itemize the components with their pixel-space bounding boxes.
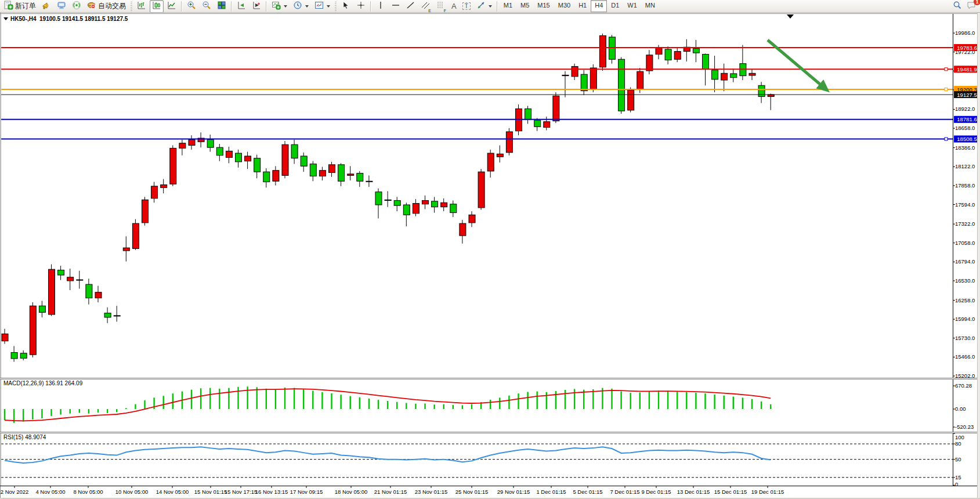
arrows-tool-button[interactable] <box>474 0 494 13</box>
time-tick: 8 Nov 05:00 <box>73 489 103 495</box>
channel-icon: E <box>421 1 431 12</box>
chart-window[interactable]: 19986.019722.019458.019194.018922.018658… <box>0 13 980 499</box>
toolbar-separator <box>370 1 371 12</box>
svg-text:670.28: 670.28 <box>955 382 972 389</box>
price-tick: 17858.0 <box>955 182 975 189</box>
text-tool-button[interactable]: A <box>449 0 459 13</box>
autotrade-label: 自动交易 <box>98 1 126 11</box>
zoom-out-button[interactable] <box>200 0 214 13</box>
line-chart-button[interactable] <box>165 0 179 13</box>
crosshair-button[interactable] <box>354 0 368 13</box>
autotrade-button[interactable]: 自动交易 <box>85 0 128 13</box>
tile-windows-button[interactable] <box>215 0 229 13</box>
candlestick-button[interactable] <box>150 0 164 13</box>
zoom-in-button[interactable] <box>185 0 198 13</box>
chevron-down-icon <box>284 5 287 8</box>
indicators-button[interactable] <box>269 0 290 13</box>
chat-button[interactable]: 1 <box>967 1 977 12</box>
chevron-down-icon <box>327 5 330 8</box>
tile-windows-icon <box>217 1 226 12</box>
svg-text:80: 80 <box>955 440 961 447</box>
signal-button[interactable] <box>70 0 84 13</box>
indicators-icon <box>272 1 281 12</box>
hline-button[interactable] <box>389 0 403 13</box>
time-tick: 14 Nov 05:00 <box>156 489 189 495</box>
price-tick: 18658.0 <box>955 125 975 131</box>
tab-timeframe-H1[interactable]: H1 <box>574 0 591 12</box>
toolbar-separator <box>231 1 232 12</box>
time-tick: 15 Nov 17:15 <box>225 489 258 495</box>
tab-timeframe-MN[interactable]: MN <box>641 0 659 12</box>
time-tick: 25 Nov 01:15 <box>455 489 489 495</box>
autotrade-icon <box>87 1 96 12</box>
vline-icon <box>376 1 385 12</box>
time-tick: 1 Dec 01:15 <box>536 489 566 495</box>
price-tick: 18386.0 <box>955 144 975 151</box>
window-edge-right <box>977 13 980 498</box>
time-tick: 9 Dec 01:15 <box>641 489 671 495</box>
chart-shift-button[interactable] <box>249 0 263 13</box>
chart-canvas[interactable]: 19986.019722.019458.019194.018922.018658… <box>0 13 980 499</box>
time-tick: 19 Dec 01:15 <box>751 489 784 495</box>
new-order-button[interactable]: 新订单 <box>2 0 38 13</box>
tab-timeframe-M30[interactable]: M30 <box>554 0 574 12</box>
svg-text:0: 0 <box>955 481 958 487</box>
candlestick-icon <box>152 1 161 12</box>
vline-button[interactable] <box>374 0 388 13</box>
zoom-in-icon <box>187 1 196 12</box>
symbol-title[interactable]: HK50-,H4 19100.5 19141.5 18911.5 19127.5 <box>3 16 128 22</box>
price-tick: 15466.0 <box>955 353 975 360</box>
svg-text:19127.5: 19127.5 <box>957 92 977 98</box>
tab-timeframe-M1[interactable]: M1 <box>500 0 516 12</box>
fibonacci-icon: F <box>436 1 446 12</box>
time-tick: 15 Nov 01:15 <box>194 489 227 495</box>
periods-button[interactable] <box>291 0 311 13</box>
bar-chart-button[interactable] <box>135 0 149 13</box>
chart-shift-icon <box>252 1 261 12</box>
svg-text:15: 15 <box>955 474 961 480</box>
trendline-button[interactable] <box>404 0 418 13</box>
search-icon[interactable] <box>953 1 962 12</box>
time-tick: 2 Nov 2022 <box>1 489 29 495</box>
auto-scroll-icon <box>237 1 246 12</box>
price-tick: 16794.0 <box>955 258 975 265</box>
toolbar-grip <box>335 2 337 11</box>
svg-text:-520.23: -520.23 <box>955 424 974 430</box>
svg-text:50: 50 <box>955 456 961 462</box>
channel-button[interactable]: E <box>419 0 433 13</box>
svg-text:100: 100 <box>955 434 964 440</box>
label-tool-button[interactable]: T <box>460 0 473 13</box>
fibonacci-button[interactable]: F <box>434 0 448 13</box>
cursor-button[interactable] <box>339 0 353 13</box>
toolbar-grip <box>131 2 132 11</box>
time-tick: 18 Nov 05:00 <box>335 489 368 495</box>
periods-icon <box>293 1 302 12</box>
svg-text:19783.6: 19783.6 <box>957 45 977 51</box>
text-icon: A <box>451 2 457 10</box>
tab-timeframe-H4[interactable]: H4 <box>591 0 607 12</box>
timeframe-group: M1M5M15M30H1H4D1W1MN <box>500 0 659 12</box>
tab-timeframe-M15[interactable]: M15 <box>533 0 554 12</box>
tab-timeframe-D1[interactable]: D1 <box>607 0 623 12</box>
announce-button[interactable] <box>39 0 53 13</box>
tab-timeframe-W1[interactable]: W1 <box>623 0 641 12</box>
symbol-title-text: HK50-,H4 19100.5 19141.5 18911.5 19127.5 <box>10 16 128 22</box>
new-order-icon <box>4 1 13 12</box>
time-tick: 21 Nov 01:15 <box>374 489 407 495</box>
svg-text:18781.6: 18781.6 <box>957 116 977 122</box>
chat-badge: 1 <box>974 0 980 5</box>
terminal-icon <box>57 1 66 12</box>
time-tick: 10 Nov 05:00 <box>115 489 149 495</box>
trendline-icon <box>406 1 415 12</box>
templates-icon <box>314 1 324 12</box>
price-tick: 16258.0 <box>955 297 975 303</box>
terminal-button[interactable] <box>55 0 68 13</box>
auto-scroll-button[interactable] <box>234 0 248 13</box>
price-tick: 15994.0 <box>955 316 975 322</box>
time-tick: 4 Nov 05:00 <box>35 489 65 495</box>
templates-button[interactable] <box>312 0 332 13</box>
arrows-icon <box>476 1 486 12</box>
bar-chart-icon <box>137 1 146 12</box>
tab-timeframe-M5[interactable]: M5 <box>516 0 533 12</box>
zoom-out-icon <box>202 1 211 12</box>
